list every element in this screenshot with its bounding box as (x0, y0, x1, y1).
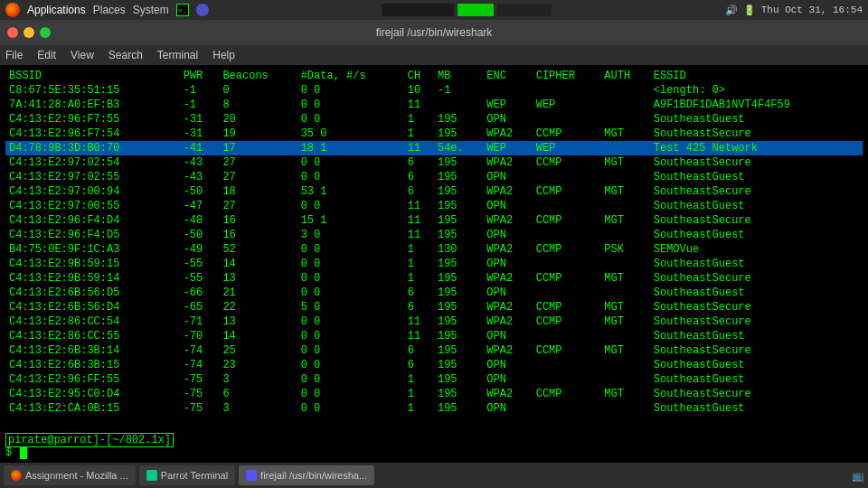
cell-2: 27 (219, 199, 297, 213)
cell-8: MGT (600, 300, 649, 314)
table-row[interactable]: C4:13:E2:97:00:55-47270 011195OPNSouthea… (5, 199, 863, 213)
cell-2: 27 (219, 170, 297, 184)
table-row[interactable]: C4:13:E2:9B:59:15-55140 01195OPNSoutheas… (5, 257, 863, 271)
table-row[interactable]: C4:13:E2:96:F4:D5-50163 011195OPNSouthea… (5, 228, 863, 242)
cell-7: CCMP (533, 314, 601, 329)
cell-0: C4:13:E2:97:00:55 (5, 199, 180, 213)
table-row[interactable]: D4:78:9B:3D:B0:70-411718 11154e.WEPWEPTe… (5, 141, 863, 155)
cell-7 (533, 329, 601, 343)
menu-view[interactable]: View (71, 49, 94, 61)
taskbar-wireshark[interactable]: firejail /usr/bin/wiresha... (239, 465, 374, 485)
cell-3: 0 0 (297, 387, 404, 401)
taskbar: Assignment - Mozilla ... Parrot Terminal… (0, 463, 868, 488)
cell-3: 0 0 (297, 271, 404, 286)
cell-0: C4:13:E2:97:02:55 (5, 170, 180, 184)
table-row[interactable]: C4:13:E2:97:00:94-501853 16195WPA2CCMPMG… (5, 184, 863, 199)
cell-9: SoutheastGuest (650, 372, 863, 387)
cell-4: 1 (404, 127, 434, 141)
cell-3: 0 0 (297, 199, 404, 213)
table-row[interactable]: C4:13:E2:95:C0:D4-7560 01195WPA2CCMPMGTS… (5, 387, 863, 401)
taskbar-parrot-terminal[interactable]: Parrot Terminal (139, 465, 235, 485)
cell-4: 6 (404, 358, 434, 372)
cell-0: C8:67:5E:35:51:15 (5, 83, 180, 98)
cell-4: 6 (404, 155, 434, 170)
close-button[interactable] (7, 27, 18, 38)
places-menu[interactable]: Places (93, 4, 126, 16)
cell-6: WPA2 (483, 314, 532, 329)
table-row[interactable]: C4:13:E2:CA:0B:15-7530 01195OPNSoutheast… (5, 401, 863, 416)
taskbar-tray: 📺 (852, 470, 864, 482)
cell-6: WPA2 (483, 300, 532, 314)
cell-9: SEMOVue (650, 242, 863, 257)
cell-2: 27 (219, 155, 297, 170)
cell-5: -1 (434, 83, 483, 98)
menu-search[interactable]: Search (108, 49, 143, 61)
cell-3: 0 0 (297, 372, 404, 387)
cell-0: C4:13:E2:97:00:94 (5, 184, 180, 199)
cell-3: 0 0 (297, 401, 404, 416)
system-menu[interactable]: System (133, 4, 169, 16)
cell-5: 195 (434, 286, 483, 300)
table-row[interactable]: C4:13:E2:96:F4:D4-481615 111195WPA2CCMPM… (5, 213, 863, 228)
table-row[interactable]: C4:13:E2:96:F7:54-311935 01195WPA2CCMPMG… (5, 127, 863, 141)
col-ch: CH (404, 69, 434, 83)
table-row[interactable]: C4:13:E2:9B:59:14-55130 01195WPA2CCMPMGT… (5, 271, 863, 286)
cell-1: -31 (180, 127, 220, 141)
battery-icon: 🔋 (743, 5, 756, 16)
table-row[interactable]: C4:13:E2:86:CC:54-71130 011195WPA2CCMPMG… (5, 314, 863, 329)
cell-7 (533, 372, 601, 387)
taskbar-firefox[interactable]: Assignment - Mozilla ... (4, 465, 136, 485)
cell-6: WPA2 (483, 271, 532, 286)
cell-3: 53 1 (297, 184, 404, 199)
applications-menu[interactable]: Applications (27, 4, 86, 16)
col-mb: MB (434, 69, 483, 83)
menu-edit[interactable]: Edit (37, 49, 56, 61)
cell-3: 0 0 (297, 358, 404, 372)
cell-2: 23 (219, 358, 297, 372)
table-row[interactable]: 7A:41:28:A0:EF:B3-180 011WEPWEPA9F1BDF1D… (5, 98, 863, 112)
cell-1: -75 (180, 387, 220, 401)
cell-3: 3 0 (297, 228, 404, 242)
cell-4: 11 (404, 314, 434, 329)
cell-3: 0 0 (297, 286, 404, 300)
cell-5: 195 (434, 372, 483, 387)
cell-5: 54e. (434, 141, 483, 155)
cell-4: 1 (404, 372, 434, 387)
cell-2: 13 (219, 271, 297, 286)
topbar-green-bar (458, 4, 494, 16)
table-row[interactable]: C4:13:E2:96:F7:55-31200 01195OPNSoutheas… (5, 112, 863, 127)
cell-6: WPA2 (483, 155, 532, 170)
cell-4: 1 (404, 271, 434, 286)
cell-7: CCMP (533, 213, 601, 228)
cell-9: SoutheastSecure (650, 127, 863, 141)
table-row[interactable]: C4:13:E2:6B:56:D4-65225 06195WPA2CCMPMGT… (5, 300, 863, 314)
cell-2: 21 (219, 286, 297, 300)
cell-5: 195 (434, 314, 483, 329)
table-row[interactable]: C4:13:E2:6B:56:D5-66210 06195OPNSoutheas… (5, 286, 863, 300)
cell-4: 1 (404, 257, 434, 271)
cell-7 (533, 257, 601, 271)
cell-0: C4:13:E2:96:FF:55 (5, 372, 180, 387)
cell-8 (600, 98, 649, 112)
prompt-cursor-line: $ (5, 446, 863, 459)
cell-5: 195 (434, 112, 483, 127)
cell-6: OPN (483, 257, 532, 271)
table-row[interactable]: C4:13:E2:96:FF:55-7530 01195OPNSoutheast… (5, 372, 863, 387)
menu-terminal[interactable]: Terminal (157, 49, 198, 61)
table-row[interactable]: C4:13:E2:97:02:54-43270 06195WPA2CCMPMGT… (5, 155, 863, 170)
prompt-line: pirate@parrot]-[~/802.1x] (5, 434, 863, 446)
cell-1: -70 (180, 329, 220, 343)
minimize-button[interactable] (24, 27, 34, 38)
maximize-button[interactable] (40, 27, 51, 38)
table-row[interactable]: C8:67:5E:35:51:15-100 010-1<length: 0> (5, 83, 863, 98)
table-row[interactable]: C4:13:E2:97:02:55-43270 06195OPNSoutheas… (5, 170, 863, 184)
menu-help[interactable]: Help (212, 49, 235, 61)
menu-file[interactable]: File (5, 49, 23, 61)
cell-1: -75 (180, 401, 220, 416)
cell-1: -43 (180, 170, 220, 184)
table-row[interactable]: C4:13:E2:86:CC:55-70140 011195OPNSouthea… (5, 329, 863, 343)
table-row[interactable]: C4:13:E2:6B:3B:15-74230 06195OPNSoutheas… (5, 358, 863, 372)
table-row[interactable]: B4:75:0E:9F:1C:A3-49520 01130WPA2CCMPPSK… (5, 242, 863, 257)
col-bssid: BSSID (5, 69, 180, 83)
table-row[interactable]: C4:13:E2:6B:3B:14-74250 06195WPA2CCMPMGT… (5, 343, 863, 358)
